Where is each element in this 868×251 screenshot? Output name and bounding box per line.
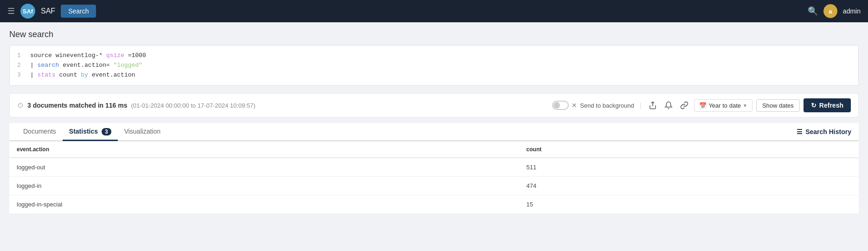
show-dates-button[interactable]: Show dates	[756, 99, 800, 112]
refresh-label: Refresh	[819, 102, 843, 109]
refresh-button[interactable]: ↻ Refresh	[804, 98, 851, 112]
page-title: New search	[9, 30, 859, 39]
query-line-2-content: | search event.action= "logged"	[30, 61, 142, 71]
send-to-background-label: Send to background	[580, 102, 634, 109]
col-header-event-action: event.action	[9, 142, 519, 158]
match-info: ⏲ 3 documents matched in 116 ms (01-01-2…	[17, 102, 547, 109]
line-num-3: 3	[17, 71, 25, 80]
navbar: ☰ SAf SAF Search 🔍 a admin	[0, 0, 868, 22]
list-icon: ☰	[797, 128, 803, 135]
table-row: logged-in474	[9, 177, 859, 195]
nav-right: 🔍 a admin	[808, 4, 861, 18]
tab-statistics[interactable]: Statistics 3	[63, 123, 118, 141]
search-nav-button[interactable]: Search	[61, 5, 96, 18]
table-header-row: event.action count	[9, 142, 859, 158]
tab-documents-label: Documents	[23, 128, 56, 135]
cell-count: 15	[519, 195, 859, 214]
date-preset-label: Year to date	[708, 102, 741, 109]
tab-visualization-label: Visualization	[124, 128, 161, 135]
date-picker[interactable]: 📅 Year to date ▼	[694, 99, 752, 112]
username-label: admin	[843, 7, 861, 15]
search-history-label: Search History	[805, 128, 851, 135]
chevron-down-icon: ▼	[743, 103, 747, 108]
query-line-3: 3 | stats count by event.action	[17, 71, 851, 80]
calendar-icon: 📅	[699, 102, 707, 109]
app-name: SAF	[41, 7, 55, 15]
toolbar-actions: ✕ Send to background |	[552, 98, 851, 112]
query-line-1: 1 source wineventlog-* qsize =1000	[17, 51, 851, 61]
link-button[interactable]	[678, 99, 690, 111]
tab-documents[interactable]: Documents	[17, 123, 63, 141]
cell-event-action: logged-in-special	[9, 195, 519, 214]
col-header-count: count	[519, 142, 859, 158]
query-line-1-content: source wineventlog-* qsize =1000	[30, 51, 146, 61]
cell-count: 474	[519, 177, 859, 195]
line-num-1: 1	[17, 51, 25, 61]
search-history-button[interactable]: ☰ Search History	[797, 128, 851, 135]
toggle-switch[interactable]	[552, 101, 569, 110]
refresh-spin-icon: ↻	[811, 102, 817, 109]
app-logo: SAf	[20, 4, 35, 19]
match-range: (01-01-2024 00:00:00 to 17-07-2024 10:09…	[131, 102, 256, 109]
tabs-row: Documents Statistics 3 Visualization ☰ S…	[9, 123, 859, 141]
line-num-2: 2	[17, 61, 25, 71]
share-button[interactable]	[647, 99, 659, 111]
table-row: logged-out511	[9, 158, 859, 177]
clock-icon: ⏲	[17, 102, 24, 109]
search-icon[interactable]: 🔍	[808, 6, 818, 16]
tab-statistics-badge: 3	[102, 128, 111, 135]
separator-1: |	[640, 102, 642, 109]
query-line-2: 2 | search event.action= "logged"	[17, 61, 851, 71]
avatar: a	[823, 4, 837, 18]
table-body: logged-out511logged-in474logged-in-speci…	[9, 158, 859, 214]
tab-statistics-label: Statistics	[69, 128, 98, 135]
toolbar-row: ⏲ 3 documents matched in 116 ms (01-01-2…	[9, 93, 859, 117]
hamburger-icon[interactable]: ☰	[7, 6, 15, 16]
table-row: logged-in-special15	[9, 195, 859, 214]
bell-button[interactable]	[662, 99, 675, 111]
tab-visualization[interactable]: Visualization	[118, 123, 167, 141]
cell-event-action: logged-out	[9, 158, 519, 177]
cell-event-action: logged-in	[9, 177, 519, 195]
send-to-background-toggle[interactable]: ✕ Send to background	[552, 101, 634, 110]
match-count: 3 documents matched in 116 ms	[27, 102, 128, 109]
x-icon: ✕	[572, 102, 577, 109]
results-table: event.action count logged-out511logged-i…	[9, 141, 859, 214]
query-editor[interactable]: 1 source wineventlog-* qsize =1000 2 | s…	[9, 45, 859, 86]
cell-count: 511	[519, 158, 859, 177]
page-content: New search 1 source wineventlog-* qsize …	[0, 22, 868, 221]
query-line-3-content: | stats count by event.action	[30, 71, 135, 80]
